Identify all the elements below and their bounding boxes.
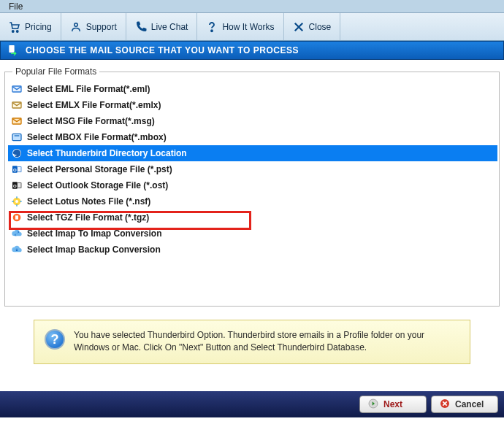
format-mbox[interactable]: Select MBOX File Format(*.mbox) <box>8 129 497 145</box>
format-label: Select MSG File Format(*.msg) <box>27 116 155 126</box>
cloud-backup-icon <box>11 244 23 255</box>
info-text: You have selected Thunderbird Option. Th… <box>74 329 459 355</box>
format-list: Select EML File Format(*.eml) Select EML… <box>8 81 497 258</box>
tgz-icon <box>11 212 23 223</box>
svg-rect-12 <box>18 167 21 172</box>
wizard-header-title: CHOOSE THE MAIL SOURCE THAT YOU WANT TO … <box>26 45 299 55</box>
svg-point-3 <box>211 30 213 31</box>
format-thunderbird[interactable]: Select Thunderbird Directory Location <box>8 145 497 161</box>
content-area: Popular File Formats Select EML File For… <box>0 60 504 369</box>
format-imap-backup[interactable]: Select Imap Backup Conversion <box>8 242 497 258</box>
cloud-sync-icon <box>11 228 23 239</box>
format-label: Select TGZ File Format (*.tgz) <box>27 212 149 223</box>
next-button[interactable]: Next <box>359 396 427 413</box>
howitworks-label: How It Works <box>222 22 274 32</box>
wizard-header: CHOOSE THE MAIL SOURCE THAT YOU WANT TO … <box>0 41 504 60</box>
pricing-button[interactable]: Pricing <box>0 13 61 40</box>
format-tgz[interactable]: Select TGZ File Format (*.tgz) <box>8 209 497 226</box>
svg-point-0 <box>12 30 14 31</box>
headset-icon <box>70 21 82 33</box>
svg-rect-15 <box>18 183 21 188</box>
group-legend: Popular File Formats <box>12 66 99 77</box>
svg-point-1 <box>17 30 18 31</box>
cancel-label: Cancel <box>455 399 484 409</box>
format-ost[interactable]: O Select Outlook Storage File (*.ost) <box>8 177 497 193</box>
format-imap-to-imap[interactable]: Select Imap To Imap Conversion <box>8 226 497 242</box>
svg-text:O: O <box>13 168 17 172</box>
cancel-circle-icon <box>439 398 451 412</box>
svg-rect-8 <box>12 134 21 140</box>
format-label: Select EMLX File Format(*.emlx) <box>27 100 161 110</box>
mbox-icon <box>11 131 23 143</box>
bottom-bar: Next Cancel <box>0 391 504 417</box>
format-pst[interactable]: O Select Personal Storage File (*.pst) <box>8 161 497 177</box>
svg-rect-4 <box>9 45 14 53</box>
svg-text:O: O <box>13 184 17 188</box>
svg-rect-23 <box>15 215 18 219</box>
support-label: Support <box>86 22 117 32</box>
cancel-button[interactable]: Cancel <box>431 396 498 413</box>
menu-bar: File <box>0 0 504 13</box>
outlook-icon: O <box>11 163 23 175</box>
toolbar: Pricing Support Live Chat How It Works C… <box>0 13 504 41</box>
close-icon <box>293 21 305 33</box>
cart-icon <box>9 21 20 33</box>
format-msg[interactable]: Select MSG File Format(*.msg) <box>8 113 497 129</box>
question-circle-icon: ? <box>45 329 65 350</box>
arrow-right-circle-icon <box>367 398 379 412</box>
pricing-label: Pricing <box>25 22 52 32</box>
support-button[interactable]: Support <box>61 13 126 40</box>
svg-point-2 <box>74 23 77 26</box>
format-label: Select Personal Storage File (*.pst) <box>27 164 172 174</box>
format-nsf[interactable]: Select Lotus Notes File (*.nsf) <box>8 193 497 209</box>
format-eml[interactable]: Select EML File Format(*.eml) <box>8 81 497 97</box>
menu-file[interactable]: File <box>4 1 27 12</box>
msg-icon <box>11 115 23 127</box>
popular-formats-group: Popular File Formats Select EML File For… <box>4 72 500 307</box>
lotus-icon <box>11 196 23 207</box>
document-arrow-icon <box>7 44 18 58</box>
close-button[interactable]: Close <box>284 13 341 40</box>
howitworks-button[interactable]: How It Works <box>197 13 283 40</box>
format-label: Select MBOX File Format(*.mbox) <box>27 132 167 142</box>
livechat-label: Live Chat <box>151 22 188 32</box>
info-panel: ? You have selected Thunderbird Option. … <box>34 320 470 364</box>
phone-icon <box>135 21 147 33</box>
format-label: Select Thunderbird Directory Location <box>27 148 187 158</box>
close-label: Close <box>309 22 332 32</box>
mail-icon <box>11 83 23 95</box>
svg-point-17 <box>15 200 18 203</box>
thunderbird-icon <box>11 147 23 159</box>
format-label: Select Outlook Storage File (*.ost) <box>27 180 168 190</box>
format-label: Select EML File Format(*.eml) <box>27 84 150 94</box>
outlook-dark-icon: O <box>11 180 23 191</box>
format-label: Select Imap To Imap Conversion <box>27 228 162 239</box>
livechat-button[interactable]: Live Chat <box>126 13 198 40</box>
format-label: Select Imap Backup Conversion <box>27 244 161 255</box>
question-icon <box>206 21 218 33</box>
next-label: Next <box>383 399 402 409</box>
format-emlx[interactable]: Select EMLX File Format(*.emlx) <box>8 97 497 113</box>
envelope-icon <box>11 99 23 111</box>
format-label: Select Lotus Notes File (*.nsf) <box>27 196 150 207</box>
